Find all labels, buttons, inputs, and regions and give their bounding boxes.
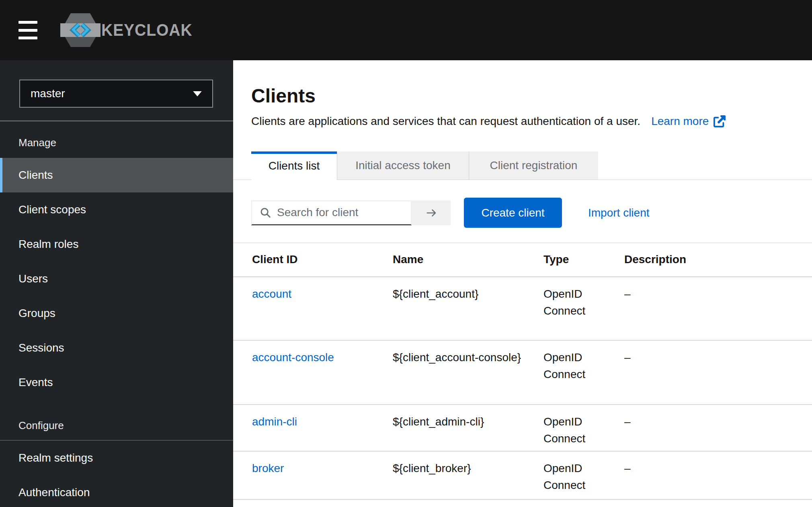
sidebar-item-realm-settings[interactable]: Realm settings: [0, 441, 233, 475]
clients-table: Client ID Name Type Description account …: [233, 243, 812, 500]
client-name: ${client_account-console}: [393, 340, 543, 405]
client-type: OpenID Connect: [543, 340, 624, 405]
column-header-type: Type: [543, 243, 624, 277]
keycloak-logo: KEYCLOAK: [60, 11, 199, 49]
external-link-icon: [714, 115, 726, 127]
create-client-button[interactable]: Create client: [464, 198, 562, 228]
search-input[interactable]: [271, 206, 411, 219]
table-header-row: Client ID Name Type Description: [233, 243, 812, 277]
chevron-down-icon: [193, 91, 202, 96]
client-description: –: [624, 277, 812, 340]
import-client-link[interactable]: Import client: [588, 206, 650, 219]
client-name: ${client_account}: [393, 277, 543, 340]
sidebar-item-clients[interactable]: Clients: [0, 158, 233, 192]
client-id-link[interactable]: account-console: [252, 351, 334, 364]
keycloak-hexagon-icon: [60, 11, 100, 49]
sidebar-item-users[interactable]: Users: [0, 262, 233, 296]
sidebar-item-client-scopes[interactable]: Client scopes: [0, 192, 233, 227]
learn-more-label: Learn more: [651, 114, 709, 129]
brand-text: KEYCLOAK: [101, 20, 193, 40]
sidebar-item-sessions[interactable]: Sessions: [0, 331, 233, 365]
search-group: [251, 200, 451, 225]
arrow-right-icon: [424, 207, 438, 219]
column-header-name: Name: [393, 243, 543, 277]
tab-clients-list[interactable]: Clients list: [251, 151, 337, 180]
nav-toggle-button[interactable]: [18, 21, 37, 39]
tabs: Clients list Initial access token Client…: [233, 151, 812, 180]
client-type: OpenID Connect: [543, 405, 624, 451]
nav-group-label-manage: Manage: [18, 137, 233, 148]
masthead: KEYCLOAK: [0, 0, 812, 60]
table-row: admin-cli ${client_admin-cli} OpenID Con…: [233, 405, 812, 451]
sidebar-item-realm-roles[interactable]: Realm roles: [0, 227, 233, 262]
learn-more-link[interactable]: Learn more: [651, 114, 726, 129]
toolbar: Create client Import client: [233, 198, 812, 228]
hamburger-icon: [18, 21, 37, 24]
client-description: –: [624, 451, 812, 499]
realm-selector-dropdown[interactable]: master: [19, 80, 213, 108]
client-description: –: [624, 340, 812, 405]
hamburger-icon: [18, 37, 37, 39]
client-id-link[interactable]: account: [252, 288, 291, 300]
keycloak-admin-console: KEYCLOAK master Manage Clients Client sc…: [0, 0, 812, 507]
search-submit-button[interactable]: [412, 200, 451, 225]
page-header: Clients Clients are applications and ser…: [233, 86, 812, 129]
sidebar: master Manage Clients Client scopes Real…: [0, 60, 233, 507]
page-subtitle: Clients are applications and services th…: [251, 114, 640, 129]
table-row: account ${client_account} OpenID Connect…: [233, 277, 812, 340]
client-id-link[interactable]: broker: [252, 462, 284, 474]
client-description: –: [624, 405, 812, 451]
nav-list-manage: Clients Client scopes Realm roles Users …: [0, 158, 233, 400]
client-name: ${client_admin-cli}: [393, 405, 543, 451]
sidebar-item-groups[interactable]: Groups: [0, 296, 233, 331]
search-box: [251, 200, 412, 225]
column-header-description: Description: [624, 243, 812, 277]
client-name: ${client_broker}: [393, 451, 543, 499]
column-header-client-id: Client ID: [233, 243, 393, 277]
client-type: OpenID Connect: [543, 277, 624, 340]
nav-list-configure: Realm settings Authentication: [0, 441, 233, 507]
page-title: Clients: [251, 86, 794, 106]
nav-group-label-configure: Configure: [18, 420, 233, 431]
sidebar-item-authentication[interactable]: Authentication: [0, 475, 233, 507]
table-row: broker ${client_broker} OpenID Connect –: [233, 451, 812, 499]
tab-client-registration[interactable]: Client registration: [469, 151, 598, 180]
table-row: account-console ${client_account-console…: [233, 340, 812, 405]
realm-selector-area: master: [0, 60, 233, 121]
client-id-link[interactable]: admin-cli: [252, 415, 297, 428]
hamburger-icon: [18, 29, 37, 32]
main-content: Clients Clients are applications and ser…: [233, 60, 812, 507]
client-type: OpenID Connect: [543, 451, 624, 499]
current-realm: master: [31, 87, 65, 100]
sidebar-item-events[interactable]: Events: [0, 365, 233, 400]
search-icon: [259, 206, 271, 219]
tab-initial-access-token[interactable]: Initial access token: [337, 151, 469, 180]
